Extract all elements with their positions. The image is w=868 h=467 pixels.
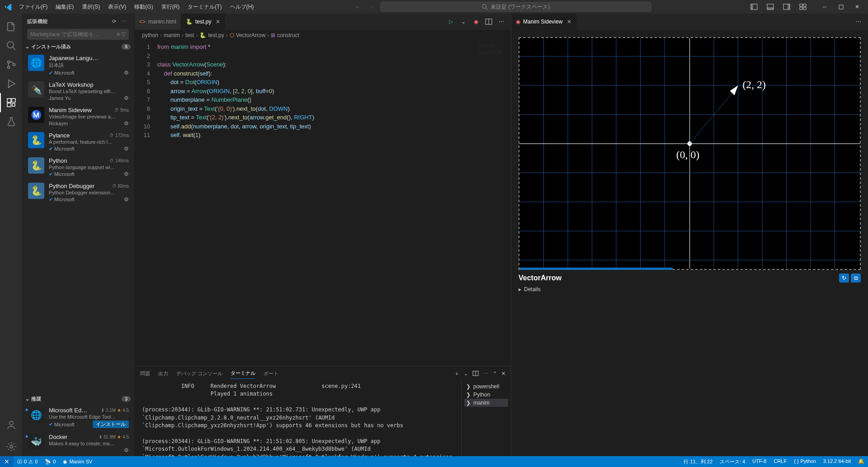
terminal-dropdown-icon[interactable]: ⌄ bbox=[464, 371, 468, 377]
menu-help[interactable]: ヘルプ(H) bbox=[226, 1, 258, 13]
menu-terminal[interactable]: ターミナル(T) bbox=[184, 1, 225, 13]
svg-line-51 bbox=[689, 88, 736, 144]
svg-point-23 bbox=[9, 421, 13, 425]
sideview-more-icon[interactable]: ⋯ bbox=[854, 17, 863, 27]
panel-tab-problems[interactable]: 問題 bbox=[140, 368, 150, 379]
panel-tab-output[interactable]: 出力 bbox=[158, 368, 168, 379]
sb-encoding[interactable]: UTF-8 bbox=[749, 458, 770, 464]
breadcrumbs[interactable]: python› manim› test› 🐍test.py› ⬡VectorAr… bbox=[135, 30, 511, 41]
sb-cursor-pos[interactable]: 行 11、列 22 bbox=[680, 458, 716, 465]
ab-settings-icon[interactable] bbox=[0, 437, 22, 456]
split-terminal-icon[interactable] bbox=[472, 370, 479, 377]
popout-icon[interactable]: ⧉ bbox=[851, 274, 861, 283]
gear-icon[interactable]: ⚙ bbox=[124, 120, 129, 127]
menu-run[interactable]: 実行(R) bbox=[158, 1, 184, 13]
section-installed[interactable]: ⌄ インストール済み 6 bbox=[22, 42, 134, 52]
sideview-preview[interactable]: (0, 0) (2, 2) bbox=[519, 37, 861, 270]
terminal-manim[interactable]: ❯manim bbox=[464, 399, 508, 407]
terminal-powershell[interactable]: ❯powershell bbox=[464, 382, 508, 391]
ab-scm-icon[interactable] bbox=[0, 55, 22, 74]
layout-toggle-right-icon[interactable] bbox=[779, 0, 794, 13]
section-recommended[interactable]: ⌄ 推奨 3 bbox=[22, 394, 134, 404]
nav-back-icon[interactable]: ← bbox=[353, 2, 363, 12]
manim-run-icon[interactable]: ◉ bbox=[471, 17, 481, 27]
panel-tab-debug[interactable]: デバッグ コンソール bbox=[176, 368, 222, 379]
window-close-icon[interactable]: ✕ bbox=[850, 0, 864, 13]
ab-explorer-icon[interactable] bbox=[0, 17, 22, 36]
svg-point-0 bbox=[482, 5, 486, 9]
kill-terminal-icon[interactable]: ⋯ bbox=[483, 371, 488, 377]
ext-item[interactable]: 🐍 Python Debugger⏱ 80ms Python Debugger … bbox=[22, 180, 134, 205]
sb-lang[interactable]: { } Python bbox=[790, 458, 820, 464]
layout-custom-icon[interactable] bbox=[796, 0, 810, 13]
sb-eol[interactable]: CRLF bbox=[770, 458, 790, 464]
tab-test-py[interactable]: 🐍 test.py ✕ bbox=[181, 14, 225, 30]
gear-icon[interactable]: ⚙ bbox=[124, 196, 129, 203]
ab-account-icon[interactable] bbox=[0, 415, 22, 434]
ab-testing-icon[interactable] bbox=[0, 112, 22, 131]
gear-icon[interactable]: ⚙ bbox=[124, 171, 129, 177]
code-editor[interactable]: MANIMSIDEVIEW 1234567891011 from manim i… bbox=[135, 41, 511, 366]
split-editor-icon[interactable] bbox=[484, 17, 494, 27]
sb-manim[interactable]: ◉ Manim SV bbox=[59, 456, 96, 467]
terminal-output[interactable]: INFO Rendered VectorArrow scene.py:241 P… bbox=[135, 381, 461, 456]
ext-item[interactable]: ✒️ LaTeX Workshop Boost LaTeX typesettin… bbox=[22, 79, 134, 104]
panel-tab-ports[interactable]: ポート bbox=[264, 368, 278, 379]
details-toggle[interactable]: ▸ Details bbox=[519, 286, 861, 292]
menu-selection[interactable]: 選択(S) bbox=[78, 1, 104, 13]
progress-bar[interactable] bbox=[519, 268, 673, 270]
more-icon[interactable]: ⋯ bbox=[120, 17, 129, 26]
ext-item[interactable]: ✦ 🐳 Docker⬇ 31.9M ★ 4.5 Makes it easy to… bbox=[22, 431, 134, 456]
sb-ports[interactable]: 📡 0 bbox=[41, 456, 59, 467]
window-minimize-icon[interactable]: ─ bbox=[817, 0, 832, 13]
menu-go[interactable]: 移動(G) bbox=[131, 1, 156, 13]
search-icon bbox=[481, 4, 488, 10]
panel-maximize-icon[interactable]: ⌃ bbox=[493, 371, 497, 377]
ext-item[interactable]: ✦ 🌐 Microsoft Ed…⬇ 3.1M ★ 4.5 Use the Mi… bbox=[22, 404, 134, 431]
recommended-list: ✦ 🌐 Microsoft Ed…⬇ 3.1M ★ 4.5 Use the Mi… bbox=[22, 404, 134, 456]
close-tab-icon[interactable]: ✕ bbox=[567, 19, 571, 25]
ext-item[interactable]: Ⓜ️ Manim Sideview⏱ 9ms Video/Image live … bbox=[22, 104, 134, 129]
gear-icon[interactable]: ⚙ bbox=[124, 70, 129, 76]
layout-toggle-left-icon[interactable] bbox=[747, 0, 761, 13]
sb-errors[interactable]: ⓧ 0 ⚠ 0 bbox=[14, 456, 41, 467]
ext-item[interactable]: 🐍 Python⏱ 146ms Python language support … bbox=[22, 155, 134, 180]
ext-search-input[interactable] bbox=[30, 31, 115, 38]
command-center[interactable]: 未設定 (ワークスペース) bbox=[380, 2, 651, 12]
ab-search-icon[interactable] bbox=[0, 36, 22, 55]
menu-view[interactable]: 表示(V) bbox=[104, 1, 130, 13]
layout-toggle-bot-icon[interactable] bbox=[763, 0, 778, 13]
panel-close-icon[interactable]: ✕ bbox=[501, 371, 505, 377]
ext-item[interactable]: 🌐 Japanese Language Pack f… 日本語 ✔Microso… bbox=[22, 52, 134, 79]
funnel-icon[interactable]: ▽ bbox=[122, 31, 126, 38]
refresh-icon[interactable]: ⟳ bbox=[110, 17, 119, 26]
terminal-python[interactable]: ❯Python bbox=[464, 391, 508, 399]
clear-filter-icon[interactable]: ≡ bbox=[117, 31, 120, 38]
install-button[interactable]: インストール bbox=[93, 420, 129, 428]
ext-search[interactable]: ≡ ▽ bbox=[27, 29, 129, 40]
menu-file[interactable]: ファイル(F) bbox=[15, 1, 51, 13]
tab-manim-sideview[interactable]: ◉ Manim Sideview ✕ bbox=[511, 14, 576, 30]
window-maximize-icon[interactable] bbox=[834, 0, 848, 13]
sb-notifications-icon[interactable]: 🔔 bbox=[854, 458, 868, 464]
new-terminal-icon[interactable]: ＋ bbox=[454, 370, 459, 377]
sb-indent[interactable]: スペース: 4 bbox=[716, 458, 749, 465]
sb-python-version[interactable]: 3.12.2 64-bit bbox=[820, 458, 854, 464]
ab-extensions-icon[interactable] bbox=[0, 93, 22, 112]
editor-more-icon[interactable]: ⋯ bbox=[496, 17, 506, 27]
code-content[interactable]: from manim import * class VectorArrow(Sc… bbox=[157, 41, 511, 366]
close-tab-icon[interactable]: ✕ bbox=[216, 19, 220, 25]
panel-tab-terminal[interactable]: ターミナル bbox=[231, 368, 255, 379]
tab-manim-html[interactable]: <> manim.html bbox=[135, 14, 181, 30]
gear-icon[interactable]: ⚙ bbox=[124, 95, 129, 101]
split-run-icon[interactable]: ⌄ bbox=[458, 17, 468, 27]
menu-edit[interactable]: 編集(E) bbox=[52, 1, 77, 13]
remote-indicator[interactable] bbox=[0, 456, 14, 467]
ext-item[interactable]: 🐍 Pylance⏱ 172ms A performant, feature-r… bbox=[22, 129, 134, 155]
nav-forward-icon[interactable]: → bbox=[367, 2, 377, 12]
gear-icon[interactable]: ⚙ bbox=[124, 447, 129, 453]
gear-icon[interactable]: ⚙ bbox=[124, 146, 129, 152]
reload-icon[interactable]: ↻ bbox=[839, 274, 849, 283]
ab-run-icon[interactable] bbox=[0, 74, 22, 93]
run-file-icon[interactable]: ▷ bbox=[446, 17, 456, 27]
